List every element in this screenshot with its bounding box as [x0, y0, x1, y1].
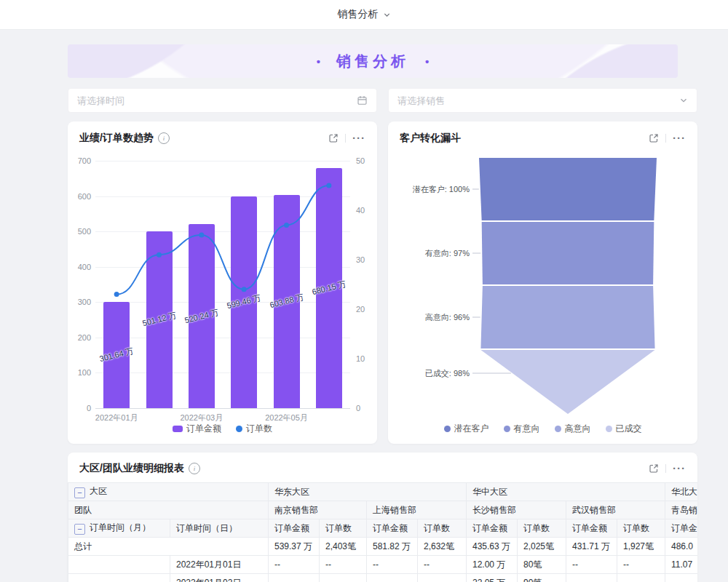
collapse-icon[interactable]: − — [74, 487, 85, 498]
table-cell — [68, 574, 170, 582]
legend-marker — [606, 426, 612, 432]
divider — [665, 464, 666, 473]
table-cell: -- — [320, 556, 367, 574]
more-menu-icon[interactable]: ··· — [673, 135, 686, 142]
table-header-cell: 武汉销售部 — [566, 501, 665, 519]
funnel-stage-label: 已成交: 98% — [425, 369, 470, 378]
info-icon[interactable]: i — [158, 132, 170, 144]
right-axis-tick: 20 — [356, 305, 375, 314]
funnel-card-header: 客户转化漏斗 ··· — [388, 121, 697, 145]
table-header-cell: 华东大区 — [269, 483, 467, 501]
legend-item[interactable]: 有意向 — [504, 423, 540, 435]
sales-filter-input[interactable] — [389, 89, 697, 112]
line-point[interactable] — [114, 292, 119, 297]
filter-bar — [68, 88, 697, 113]
table-cell: 22.05 万 — [467, 574, 518, 582]
table-header-cell: 订单时间（日） — [170, 519, 269, 538]
table-row: 2022年01月02日--------22.05 万90笔------ — [68, 574, 698, 582]
table-row: −订单时间（月）订单时间（日）订单金额订单数订单金额订单数订单金额订单数订单金额… — [68, 519, 698, 538]
card-actions: ··· — [328, 133, 365, 143]
table-cell: -- — [320, 574, 367, 582]
legend-marker — [444, 426, 451, 432]
legend-item[interactable]: 订单数 — [236, 423, 272, 435]
table-header-cell: 订单金额 — [269, 519, 320, 538]
time-filter[interactable] — [68, 88, 377, 113]
right-axis-tick: 10 — [356, 354, 375, 363]
chevron-down-icon[interactable] — [679, 96, 688, 105]
table-cell: -- — [418, 574, 467, 582]
trend-card: 业绩/订单数趋势 i ··· 0100200300400500600700010… — [68, 121, 377, 444]
time-filter-input[interactable] — [68, 89, 376, 112]
dashboard-title: 销售分析 — [336, 52, 409, 71]
trend-legend: 订单金额订单数 — [68, 423, 377, 435]
legend-label: 订单金额 — [186, 423, 221, 435]
table-cell: -- — [566, 574, 617, 582]
funnel-plot: 潜在客户: 100%有意向: 97%高意向: 96%已成交: 98% — [388, 154, 694, 424]
table-cell: -- — [566, 556, 617, 574]
pivot-table: −大区华东大区华中大区华北大区团队南京销售部上海销售部长沙销售部武汉销售部青岛销… — [68, 482, 697, 582]
trend-plot: 010020030040050060070001020304050301.64 … — [95, 161, 350, 409]
table-cell: 581.82 万 — [367, 538, 418, 556]
topbar-title: 销售分析 — [338, 8, 379, 21]
dashboard-banner: • 销售分析 • — [68, 44, 678, 78]
line-point[interactable] — [157, 252, 162, 258]
line-point[interactable] — [326, 183, 331, 188]
funnel-stage-1[interactable] — [479, 158, 657, 220]
legend-marker — [504, 426, 510, 432]
orders-line-layer — [95, 161, 350, 408]
divider — [665, 134, 666, 143]
table-cell — [68, 556, 170, 574]
legend-item[interactable]: 潜在客户 — [444, 423, 489, 435]
left-axis-tick: 700 — [71, 156, 91, 165]
table-total-cell: 总计 — [68, 538, 269, 556]
legend-item[interactable]: 订单金额 — [173, 423, 221, 435]
table-header-cell: 订单金额 — [566, 519, 617, 538]
table-cell: -- — [367, 574, 418, 582]
legend-item[interactable]: 高意向 — [555, 423, 591, 435]
export-icon[interactable] — [649, 133, 659, 143]
report-table-card: 大区/团队业绩明细报表 i ··· −大区华东大区华中大区华北大区团队南京销售部… — [68, 453, 697, 582]
export-icon[interactable] — [328, 133, 339, 143]
trend-card-title: 业绩/订单数趋势 — [79, 132, 154, 145]
table-cell: -- — [367, 556, 418, 574]
page-switcher[interactable]: 销售分析 — [338, 8, 391, 21]
x-axis-tick: 2022年01月 — [95, 412, 138, 423]
divider — [345, 134, 346, 143]
line-point[interactable] — [242, 287, 247, 292]
table-cell: -- — [617, 556, 665, 574]
table-cell: 80笔 — [518, 556, 566, 574]
export-icon[interactable] — [649, 463, 659, 474]
table-date-cell: 2022年01月02日 — [170, 574, 269, 582]
table-header-cell: 团队 — [68, 501, 269, 519]
table-header-cell: 华北大区 — [665, 483, 698, 501]
legend-item[interactable]: 已成交 — [606, 423, 642, 435]
collapse-icon[interactable]: − — [74, 524, 85, 535]
table-header-cell: 订单数 — [617, 519, 665, 538]
decor-dot-right: • — [425, 55, 429, 68]
table-cell: 2,403笔 — [320, 538, 367, 556]
table-header-cell: 订单数 — [418, 519, 467, 538]
line-point[interactable] — [284, 223, 289, 228]
table-header-cell: 长沙销售部 — [467, 501, 566, 519]
table-header-cell: 订单金额 — [467, 519, 518, 538]
right-axis-tick: 50 — [356, 156, 375, 165]
funnel-stage-3[interactable] — [480, 286, 654, 348]
table-header-cell: −订单时间（月） — [68, 519, 170, 538]
more-menu-icon[interactable]: ··· — [352, 135, 365, 142]
table-cell: -- — [617, 574, 665, 582]
more-menu-icon[interactable]: ··· — [673, 465, 686, 472]
table-row: 团队南京销售部上海销售部长沙销售部武汉销售部青岛销售部 — [68, 501, 698, 519]
legend-label: 有意向 — [514, 423, 540, 435]
table-cell: -- — [418, 556, 467, 574]
info-icon[interactable]: i — [189, 463, 200, 474]
legend-label: 潜在客户 — [454, 423, 489, 435]
sales-filter[interactable] — [388, 88, 697, 113]
line-point[interactable] — [199, 233, 204, 238]
legend-marker — [555, 426, 561, 432]
table-header-cell: 订单金额 — [367, 519, 418, 538]
table-header-cell: 订单金额 — [665, 519, 698, 538]
left-axis-tick: 100 — [71, 368, 91, 377]
funnel-stage-4[interactable] — [480, 350, 654, 414]
calendar-icon[interactable] — [357, 95, 368, 106]
funnel-stage-2[interactable] — [482, 222, 654, 284]
